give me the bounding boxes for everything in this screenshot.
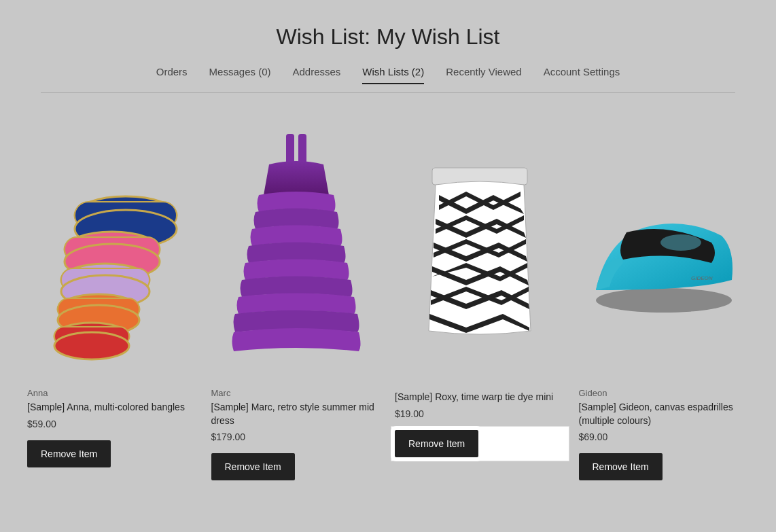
tab-account-settings[interactable]: Account Settings — [544, 66, 620, 84]
svg-point-14 — [54, 332, 129, 359]
product-price-gideon: $69.00 — [579, 431, 749, 442]
svg-point-32 — [660, 234, 701, 251]
product-image-marc-dress — [211, 120, 382, 378]
product-brand-marc: Marc — [211, 388, 382, 398]
product-name-marc: [Sample] Marc, retro style summer mid dr… — [211, 401, 382, 427]
product-price-marc: $179.00 — [211, 431, 382, 442]
product-card-marc-dress: Marc [Sample] Marc, retro style summer m… — [211, 120, 382, 480]
product-brand-anna: Anna — [27, 388, 198, 398]
tab-messages[interactable]: Messages (0) — [209, 66, 271, 84]
tab-wishlists[interactable]: Wish Lists (2) — [362, 66, 424, 84]
product-name-roxy: [Sample] Roxy, time warp tie dye mini — [395, 391, 565, 404]
tab-addresses[interactable]: Addresses — [292, 66, 340, 84]
product-card-roxy-skirt: [Sample] Roxy, time warp tie dye mini $1… — [395, 120, 565, 480]
product-image-roxy-skirt — [395, 120, 565, 378]
product-image-anna-bangles — [27, 120, 198, 378]
page-title: Wish List: My Wish List — [0, 0, 776, 66]
product-image-gideon-shoes: GIDEON — [579, 120, 749, 378]
product-name-gideon: [Sample] Gideon, canvas espadrilles (mul… — [579, 401, 749, 427]
product-name-anna: [Sample] Anna, multi-colored bangles — [27, 401, 198, 414]
product-card-anna-bangles: Anna [Sample] Anna, multi-colored bangle… — [27, 120, 198, 480]
remove-item-roxy[interactable]: Remove Item — [395, 430, 478, 457]
tab-orders[interactable]: Orders — [156, 66, 188, 84]
remove-item-gideon[interactable]: Remove Item — [579, 453, 663, 480]
nav-tabs: Orders Messages (0) Addresses Wish Lists… — [41, 66, 735, 93]
product-price-anna: $59.00 — [27, 419, 198, 429]
svg-text:GIDEON: GIDEON — [691, 275, 713, 281]
remove-item-anna[interactable]: Remove Item — [27, 440, 111, 467]
product-card-gideon-shoes: GIDEON Gideon [Sample] Gideon, canvas es… — [579, 120, 749, 480]
tab-recently-viewed[interactable]: Recently Viewed — [446, 66, 521, 84]
svg-point-31 — [596, 288, 732, 313]
remove-item-marc[interactable]: Remove Item — [211, 453, 295, 480]
product-price-roxy: $19.00 — [395, 408, 565, 419]
product-brand-gideon: Gideon — [579, 388, 749, 398]
products-grid: Anna [Sample] Anna, multi-colored bangle… — [0, 120, 776, 508]
